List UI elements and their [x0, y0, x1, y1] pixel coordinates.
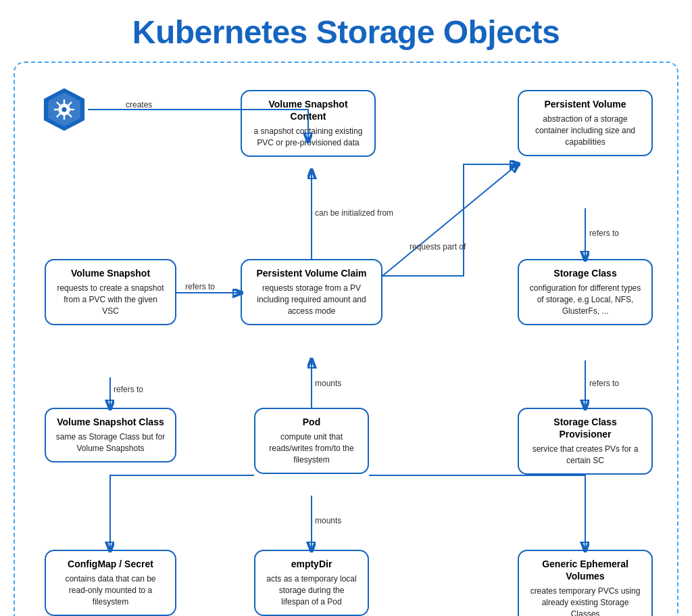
node-pv-desc: abstraction of a storage container inclu…: [528, 114, 642, 147]
node-pvc-desc: requests storage from a PV including req…: [251, 283, 372, 316]
node-pod-title: Pod: [265, 416, 358, 428]
label-refers-to-scp: refers to: [589, 379, 619, 388]
arrows-svg: [31, 76, 677, 616]
page-title: Kubernetes Storage Objects: [14, 14, 678, 51]
node-scp-desc: service that creates PVs for a certain S…: [528, 444, 642, 467]
node-gev-desc: creates temporary PVCs using already exi…: [528, 586, 642, 616]
label-mounts-pod-pvc: mounts: [315, 379, 341, 388]
node-pv-title: Persistent Volume: [528, 98, 642, 110]
node-pvc: Persistent Volume Claim requests storage…: [241, 259, 382, 325]
label-refers-to-vsclass: refers to: [114, 385, 143, 394]
node-emptydir: emptyDir acts as a temporary local stora…: [254, 550, 369, 616]
label-creates: creates: [126, 100, 152, 110]
diagram-inner: Volume Snapshot Content a snapshot conta…: [31, 76, 677, 616]
page-wrapper: Kubernetes Storage Objects: [7, 7, 685, 616]
svg-point-3: [62, 108, 67, 112]
node-vs: Volume Snapshot requests to create a sna…: [45, 259, 176, 325]
node-emptydir-title: emptyDir: [265, 558, 358, 570]
node-gev: Generic Ephemeral Volumes creates tempor…: [518, 550, 653, 616]
node-sc-desc: configuration for different types of sto…: [528, 283, 642, 316]
node-vsc-title: Volume Snapshot Content: [251, 98, 365, 122]
label-refers-to-sc: refers to: [589, 229, 619, 238]
node-cm-desc: contains data that can be read-only moun…: [55, 573, 166, 607]
node-vs-title: Volume Snapshot: [55, 267, 166, 279]
node-gev-title: Generic Ephemeral Volumes: [528, 558, 642, 582]
node-vs-desc: requests to create a snapshot from a PVC…: [55, 283, 166, 316]
label-can-be-initialized: can be initialized from: [315, 208, 393, 218]
k8s-logo: [41, 86, 88, 133]
node-pvc-title: Persistent Volume Claim: [251, 267, 372, 279]
node-pod: Pod compute unit that reads/writes from/…: [254, 408, 369, 474]
node-emptydir-desc: acts as a temporary local storage during…: [265, 573, 358, 607]
node-vsc-desc: a snapshot containing existing PVC or pr…: [251, 126, 365, 149]
node-vsclass-desc: same as Storage Class but for Volume Sna…: [55, 431, 166, 454]
node-vsclass: Volume Snapshot Class same as Storage Cl…: [45, 408, 176, 463]
label-mounts-pod-bottom: mounts: [315, 516, 341, 525]
node-sc: Storage Class configuration for differen…: [518, 259, 653, 325]
node-cm: ConfigMap / Secret contains data that ca…: [45, 550, 176, 616]
node-scp-title: Storage Class Provisioner: [528, 416, 642, 440]
label-refers-to-pvc: refers to: [185, 282, 215, 291]
node-sc-title: Storage Class: [528, 267, 642, 279]
diagram-container: Volume Snapshot Content a snapshot conta…: [14, 62, 678, 616]
node-pod-desc: compute unit that reads/writes from/to t…: [265, 431, 358, 465]
label-requests-part-of: requests part of: [410, 242, 466, 252]
node-pv: Persistent Volume abstraction of a stora…: [518, 90, 653, 156]
node-scp: Storage Class Provisioner service that c…: [518, 408, 653, 475]
node-vsc: Volume Snapshot Content a snapshot conta…: [241, 90, 376, 157]
node-cm-title: ConfigMap / Secret: [55, 558, 166, 570]
node-vsclass-title: Volume Snapshot Class: [55, 416, 166, 428]
